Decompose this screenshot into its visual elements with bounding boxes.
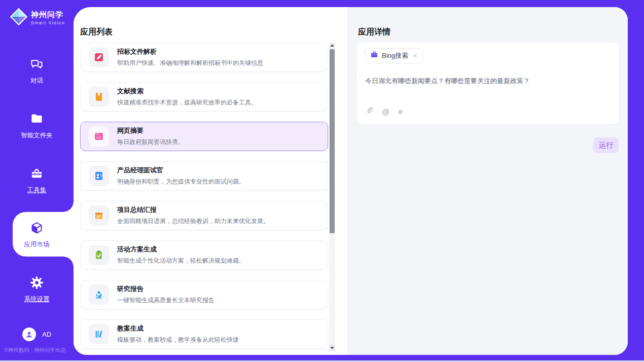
- sidebar-item-app-market-label: 应用市场: [24, 240, 50, 249]
- sidebar-item-settings[interactable]: 系统设置: [0, 276, 74, 304]
- clipboard-check-icon: [89, 245, 109, 265]
- sidebar-item-app-market[interactable]: 应用市场: [0, 221, 74, 249]
- app-card-desc: 全面回顾项目进展，总结经验教训，助力未来优化发展。: [117, 217, 269, 226]
- app-card-desc: 一键智能生成高质量长文本研究报告: [117, 296, 214, 305]
- app-card-desc: 每日政府新闻资讯快查。: [117, 138, 184, 147]
- book-icon: [89, 87, 109, 107]
- scrollbar-down-button[interactable]: [329, 344, 335, 351]
- sidebar-item-chat-label: 对话: [30, 77, 43, 85]
- tool-tag-label: Bing搜索: [382, 51, 408, 60]
- app-detail-title: 应用详情: [358, 27, 390, 38]
- svg-text:</>: </>: [96, 135, 102, 139]
- app-card-literature-search[interactable]: 文献搜索 快速精准查找学术资源，提高研究效率的必备工具。: [80, 82, 328, 112]
- copyright-text: ©神州数码 · 神州问学出品: [4, 347, 66, 354]
- user-account[interactable]: AD: [0, 328, 74, 341]
- app-card-name: 招标文件解析: [117, 47, 263, 56]
- app-card-event-plan[interactable]: 活动方案生成 智能生成个性化活动方案，轻松解决规划难题。: [80, 240, 328, 270]
- app-card-name: 文献搜索: [117, 87, 257, 96]
- sidebar-item-smart-folder-label: 智能文件夹: [21, 131, 53, 140]
- user-initials: AD: [42, 331, 51, 338]
- brand-logo-icon: [10, 8, 28, 28]
- app-card-pm-interviewer[interactable]: 产品经理面试官 明确身份和职责，为您提供专业性的面试问题。: [80, 161, 328, 191]
- tool-tag-bing-search: Bing搜索 ×: [365, 48, 423, 63]
- folder-icon: [30, 112, 44, 128]
- scrollbar-thumb[interactable]: [330, 49, 335, 233]
- app-card-name: 产品经理面试官: [117, 166, 245, 175]
- sidebar-item-toolset[interactable]: 工具集: [0, 167, 74, 195]
- app-card-name: 网页摘要: [117, 126, 184, 135]
- app-card-desc: 快速精准查找学术资源，提高研究效率的必备工具。: [117, 98, 257, 107]
- run-button[interactable]: 运行: [593, 137, 619, 153]
- tender-edit-icon: [89, 47, 109, 67]
- sidebar-item-toolset-label: 工具集: [27, 186, 47, 195]
- app-card-desc: 模板驱动，教案秒成，教学准备从此轻松快捷: [117, 336, 239, 344]
- app-card-web-summary[interactable]: </> 网页摘要 每日政府新闻资讯快查。: [80, 122, 328, 151]
- main-content: 应用列表 招标文件解析 帮助用户快速、准确地理解和解析招标书中的关键信息: [74, 7, 628, 355]
- app-card-name: 教案生成: [117, 324, 239, 333]
- cube-icon: [30, 221, 44, 237]
- briefcase-icon: [370, 51, 378, 61]
- chat-icon: [30, 57, 44, 73]
- app-card-name: 项目总结汇报: [117, 205, 269, 214]
- sidebar-item-chat[interactable]: 对话: [0, 57, 74, 85]
- app-card-tender-parse[interactable]: 招标文件解析 帮助用户快速、准确地理解和解析招标书中的关键信息: [80, 43, 328, 72]
- brand-name: 神州问学: [31, 10, 65, 20]
- app-detail-panel: 应用详情 Bing搜索 × 今日湖北有哪些新闻要点？有哪些需要关注的最新政策？: [347, 7, 628, 355]
- tag-close-icon[interactable]: ×: [413, 52, 417, 59]
- app-list-scrollbar: [329, 43, 335, 351]
- books-icon: [89, 324, 109, 344]
- query-input[interactable]: 今日湖北有哪些新闻要点？有哪些需要关注的最新政策？: [365, 77, 610, 86]
- app-card-desc: 明确身份和职责，为您提供专业性的面试问题。: [117, 177, 245, 186]
- calendar-icon: [89, 205, 109, 226]
- app-card-list: 招标文件解析 帮助用户快速、准确地理解和解析招标书中的关键信息 文献搜索 快速精…: [80, 43, 328, 355]
- editor-toolbar: @ #: [365, 106, 403, 117]
- sidebar-item-smart-folder[interactable]: 智能文件夹: [0, 112, 74, 140]
- brand-logo: 神州问学 Smart Vision: [10, 8, 65, 28]
- brand-subtitle: Smart Vision: [31, 20, 65, 25]
- app-card-research-report[interactable]: 研究报告 一键智能生成高质量长文本研究报告: [80, 280, 328, 309]
- gear-icon: [30, 276, 44, 292]
- app-card-name: 活动方案生成: [117, 245, 245, 254]
- hash-icon[interactable]: #: [398, 107, 402, 116]
- app-card-project-summary[interactable]: 项目总结汇报 全面回顾项目进展，总结经验教训，助力未来优化发展。: [80, 201, 328, 230]
- browser-code-icon: </>: [89, 126, 109, 147]
- toolbox-icon: [30, 167, 44, 183]
- app-card-desc: 智能生成个性化活动方案，轻松解决规划难题。: [117, 257, 245, 265]
- sidebar-item-settings-label: 系统设置: [24, 295, 50, 304]
- person-doc-icon: [89, 166, 109, 186]
- app-card-desc: 帮助用户快速、准确地理解和解析招标书中的关键信息: [117, 59, 263, 67]
- app-list-panel: 应用列表 招标文件解析 帮助用户快速、准确地理解和解析招标书中的关键信息: [74, 7, 347, 355]
- scrollbar-up-button[interactable]: [329, 43, 335, 49]
- microscope-icon: [89, 284, 109, 305]
- app-card-lesson-plan[interactable]: 教案生成 模板驱动，教案秒成，教学准备从此轻松快捷: [80, 319, 328, 349]
- attachment-icon[interactable]: [365, 106, 373, 117]
- avatar: [22, 328, 36, 341]
- prompt-editor-card: Bing搜索 × 今日湖北有哪些新闻要点？有哪些需要关注的最新政策？ @ #: [356, 42, 620, 125]
- app-list-title: 应用列表: [80, 27, 113, 38]
- mention-icon[interactable]: @: [382, 107, 389, 116]
- app-card-name: 研究报告: [117, 284, 214, 294]
